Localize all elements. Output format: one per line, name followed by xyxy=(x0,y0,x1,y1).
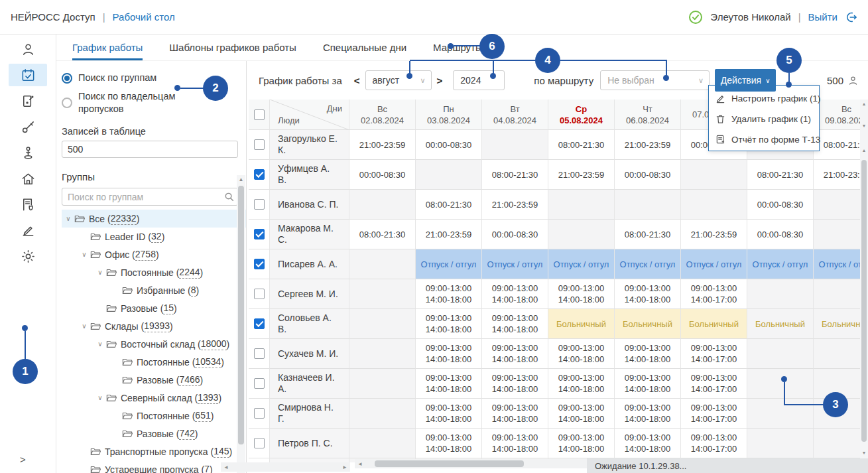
records-per-table-input[interactable] xyxy=(62,141,238,158)
tree-node[interactable]: Разовые (15) xyxy=(62,299,246,317)
schedule-cell[interactable]: 09:00-13:0014:00-18:00 xyxy=(416,399,482,429)
schedule-cell[interactable]: 09:00-13:0014:00-18:00 xyxy=(615,279,681,309)
prev-month-button[interactable]: < xyxy=(354,75,360,86)
schedule-cell[interactable]: 21:00-23:59 xyxy=(482,190,548,220)
logout-link[interactable]: Выйти xyxy=(808,11,837,23)
schedule-cell[interactable] xyxy=(615,190,681,220)
schedule-cell[interactable]: 09:00-13:0014:00-17:00 xyxy=(681,399,747,429)
schedule-cell[interactable]: Отпуск / отгул xyxy=(814,249,860,279)
sidebar-item-home-icon[interactable] xyxy=(9,167,47,190)
schedule-cell[interactable]: 09:00-13:0014:00-18:00 xyxy=(615,399,681,429)
schedule-cell[interactable]: 09:00-13:0014:00-17:00 xyxy=(681,369,747,399)
schedule-cell[interactable]: 09:00-13:0014:00-18:00 xyxy=(416,369,482,399)
schedule-cell[interactable]: 09:00-13:0014:00-18:00 xyxy=(548,339,615,369)
schedule-cell[interactable]: 09:00-13:0014:00-17:00 xyxy=(681,339,747,369)
day-column-header[interactable]: Чт06.08.2024 xyxy=(615,100,681,130)
desktop-link[interactable]: Рабочий стол xyxy=(113,11,175,23)
schedule-cell[interactable]: 21:00-23:59 xyxy=(548,160,615,190)
schedule-cell[interactable]: 00:00-08:30 xyxy=(615,160,681,190)
radio-button-off-icon[interactable] xyxy=(62,98,72,108)
schedule-cell[interactable] xyxy=(747,339,814,369)
schedule-cell[interactable] xyxy=(814,399,860,429)
schedule-cell[interactable]: 21:00-23:59 xyxy=(814,160,860,190)
schedule-cell[interactable] xyxy=(814,369,860,399)
schedule-cell[interactable]: 09:00-13:0014:00-18:00 xyxy=(548,369,615,399)
schedule-cell[interactable]: 09:00-13:0014:00-18:00 xyxy=(416,429,482,458)
sidebar-item-edit-icon[interactable] xyxy=(9,219,47,241)
schedule-cell[interactable]: 08:00-21:30 xyxy=(814,130,860,160)
schedule-cell[interactable] xyxy=(747,399,814,429)
schedule-cell[interactable]: 00:00-08:30 xyxy=(747,190,814,220)
tree-horizontal-scrollbar[interactable]: ◄ ► xyxy=(221,462,350,472)
schedule-cell[interactable]: Отпуск / отгул xyxy=(747,249,814,279)
tree-node[interactable]: Транспортные пропуска (145) xyxy=(62,442,246,460)
next-month-button[interactable]: > xyxy=(437,75,443,86)
search-icon[interactable] xyxy=(220,192,237,202)
schedule-cell[interactable] xyxy=(814,339,860,369)
tree-node[interactable]: ∨Все (22332) xyxy=(62,210,246,228)
row-checkbox[interactable] xyxy=(254,378,265,389)
scroll-left-icon[interactable]: ◄ xyxy=(355,461,365,467)
tree-node[interactable]: ∨Офис (2758) xyxy=(62,245,246,263)
scroll-up-icon[interactable]: ▲ xyxy=(860,101,868,106)
tree-node[interactable]: Избранные (8) xyxy=(62,281,246,299)
schedule-cell[interactable]: 09:00-13:0014:00-18:00 xyxy=(416,339,482,369)
schedule-cell[interactable]: 08:00-21:30 xyxy=(615,220,681,249)
radio-search-by-owners[interactable]: Поиск по владельцам пропусков xyxy=(62,90,246,115)
day-column-header[interactable]: Пн03.08.2024 xyxy=(416,100,482,130)
schedule-cell[interactable]: 09:00-13:0014:00-18:00 xyxy=(482,339,548,369)
schedule-cell[interactable]: 08:00-21:30 xyxy=(548,130,615,160)
schedule-cell[interactable]: Отпуск / отгул xyxy=(482,249,548,279)
sidebar-item-key-icon[interactable] xyxy=(9,115,47,138)
chevron-right-icon[interactable]: > xyxy=(20,454,26,465)
schedule-cell[interactable] xyxy=(814,429,860,458)
row-checkbox[interactable] xyxy=(254,139,265,150)
schedule-cell[interactable]: Отпуск / отгул xyxy=(548,249,615,279)
schedule-cell[interactable]: 09:00-13:0014:00-17:00 xyxy=(681,429,747,458)
scroll-up-icon[interactable]: ▲ xyxy=(860,148,868,153)
schedule-cell[interactable]: 09:00-13:0014:00-18:00 xyxy=(416,279,482,309)
row-checkbox[interactable] xyxy=(254,289,265,299)
row-checkbox[interactable] xyxy=(254,109,265,120)
group-search-input[interactable] xyxy=(62,192,220,202)
tab-special-days[interactable]: Специальные дни xyxy=(323,34,406,60)
tree-node[interactable]: Разовые (742) xyxy=(62,425,246,442)
schedule-cell[interactable] xyxy=(814,190,860,220)
schedule-cell[interactable] xyxy=(349,249,416,279)
scrollbar-thumb[interactable] xyxy=(375,460,524,467)
schedule-cell[interactable]: 09:00-13:0014:00-18:00 xyxy=(482,369,548,399)
schedule-cell[interactable]: 08:00-21:30 xyxy=(416,190,482,220)
chevron-down-icon[interactable]: ∨ xyxy=(95,340,105,348)
schedule-cell[interactable] xyxy=(747,429,814,458)
scroll-up-icon[interactable]: ▲ xyxy=(237,175,245,184)
schedule-cell[interactable]: 09:00-13:0014:00-18:00 xyxy=(482,309,548,339)
schedule-cell[interactable]: Отпуск / отгул xyxy=(681,249,747,279)
sidebar-item-user-icon[interactable] xyxy=(9,38,47,60)
row-checkbox-checked[interactable] xyxy=(254,318,265,329)
row-checkbox[interactable] xyxy=(254,348,265,359)
schedule-cell[interactable]: 09:00-13:0014:00-18:00 xyxy=(615,369,681,399)
row-checkbox[interactable] xyxy=(254,438,265,448)
schedule-cell[interactable] xyxy=(548,220,615,249)
schedule-cell[interactable]: 09:00-13:0014:00-17:00 xyxy=(681,279,747,309)
menu-item[interactable]: Удалить график (1) xyxy=(709,109,819,129)
schedule-cell[interactable] xyxy=(349,429,416,458)
schedule-cell[interactable]: 21:00-23:59 xyxy=(615,130,681,160)
schedule-cell[interactable]: 08:00-21:30 xyxy=(349,220,416,249)
day-column-header[interactable]: Вт04.08.2024 xyxy=(482,100,548,130)
menu-item[interactable]: Отчёт по форме Т-13 xyxy=(709,129,819,150)
schedule-cell[interactable]: 00:00-08:30 xyxy=(349,160,416,190)
scroll-down-icon[interactable]: ▼ xyxy=(860,450,868,455)
sidebar-item-document-check-icon[interactable] xyxy=(9,193,47,216)
schedule-cell[interactable] xyxy=(349,279,416,309)
tree-node[interactable]: Разовые (7466) xyxy=(62,371,246,389)
chevron-down-icon[interactable]: ∨ xyxy=(63,215,74,222)
row-checkbox[interactable] xyxy=(254,199,265,210)
row-checkbox-checked[interactable] xyxy=(254,259,265,269)
schedule-cell[interactable] xyxy=(349,339,416,369)
table-horizontal-scrollbar[interactable]: ◄ xyxy=(355,459,587,468)
schedule-cell[interactable]: Больничный xyxy=(814,309,860,339)
schedule-cell[interactable] xyxy=(681,160,747,190)
schedule-cell[interactable] xyxy=(416,160,482,190)
tree-vertical-scrollbar[interactable]: ▲ xyxy=(237,175,245,473)
